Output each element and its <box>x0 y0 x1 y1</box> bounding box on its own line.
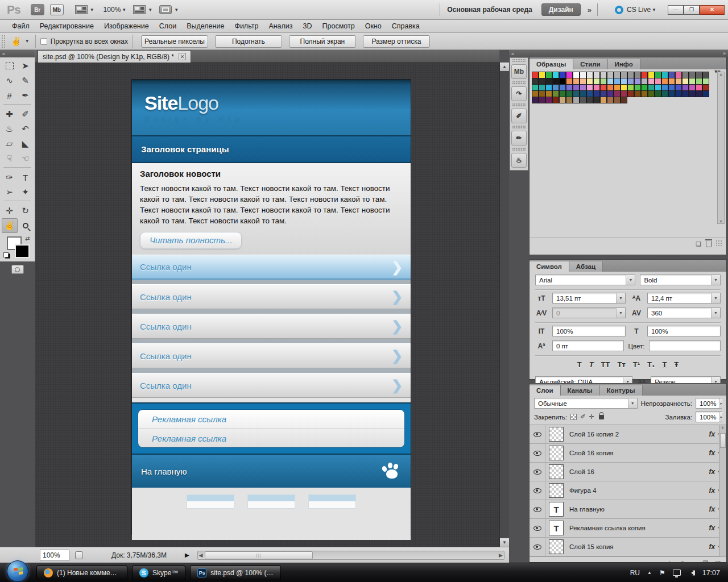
layer-fx-badge[interactable]: fx <box>709 524 715 532</box>
layer-thumbnail[interactable] <box>549 539 564 554</box>
speaker-icon[interactable] <box>688 570 695 576</box>
color-swatch[interactable] <box>627 90 634 97</box>
font-style-select[interactable]: Bold▼ <box>640 275 721 285</box>
layer-fx-badge[interactable]: fx <box>709 468 715 476</box>
taskbar-app-button[interactable]: Skype™ <box>132 566 185 580</box>
menu-item[interactable]: Окно <box>360 20 387 32</box>
layer-visibility-toggle[interactable] <box>530 500 545 518</box>
brush-tool[interactable]: ✐ <box>18 107 34 122</box>
color-swatch[interactable] <box>702 90 709 97</box>
workspace-label[interactable]: Основная рабочая среда <box>447 6 532 14</box>
text-style-button[interactable]: Tт <box>617 360 625 369</box>
color-swatch[interactable] <box>661 90 668 97</box>
color-swatch[interactable] <box>573 97 580 103</box>
scroll-left-icon[interactable]: ◀ <box>199 552 203 558</box>
menu-item[interactable]: Файл <box>7 20 35 32</box>
panel-tab[interactable]: Абзац <box>569 261 603 272</box>
options-button[interactable]: Подогнать <box>215 35 282 48</box>
layer-name[interactable]: Слой 16 копия <box>569 450 709 456</box>
color-swatch[interactable] <box>559 97 566 103</box>
layer-fx-badge[interactable]: fx <box>709 543 715 551</box>
layer-thumbnail[interactable] <box>549 483 564 498</box>
layer-name[interactable]: Слой 16 копия 2 <box>569 431 709 438</box>
layer-name[interactable]: Фигура 4 <box>569 487 709 494</box>
font-family-select[interactable]: Arial▼ <box>535 275 635 285</box>
dock-collapse-button[interactable]: « <box>509 50 529 57</box>
panel-tab[interactable]: Символ <box>530 261 569 272</box>
text-style-button[interactable]: T₁ <box>647 360 655 369</box>
scrollbar-thumb[interactable]: ||| <box>205 551 313 559</box>
menu-item[interactable]: Фильтр <box>229 20 263 32</box>
layer-thumbnail[interactable] <box>549 464 564 479</box>
color-swatch[interactable] <box>634 90 641 97</box>
canvas-horizontal-scrollbar[interactable]: ◀ ||| ▶ <box>197 551 504 560</box>
menu-item[interactable]: Анализ <box>263 20 297 32</box>
zoom-level-control[interactable]: 100% <box>104 6 121 14</box>
paint-bucket-tool[interactable]: ◣ <box>18 136 34 151</box>
swatches-scrollbar[interactable]: ▲▼ <box>717 72 725 224</box>
layer-visibility-toggle[interactable] <box>530 425 545 443</box>
color-swatch[interactable] <box>586 97 593 103</box>
panel-tab[interactable]: Стили <box>573 59 607 69</box>
layer-row[interactable]: Слой 15 копия fx ▼ <box>530 538 726 556</box>
hidden-icons-chevron[interactable]: ▲ <box>647 570 652 575</box>
mini-bridge-icon[interactable]: Mb <box>511 64 527 79</box>
zoom-tool[interactable] <box>18 218 34 233</box>
eyedropper-tool[interactable]: ✒ <box>18 88 34 103</box>
document-canvas[interactable]: SiteLogo Design by K1p Заголовок страниц… <box>35 63 499 547</box>
view-extras-dropdown[interactable]: ▼ <box>90 7 94 13</box>
options-button[interactable]: Реальные пикселы <box>141 35 208 48</box>
color-swatch[interactable] <box>621 97 627 103</box>
layer-thumbnail[interactable] <box>549 521 564 535</box>
action-center-flag-icon[interactable]: ⚑ <box>659 569 665 577</box>
menu-item[interactable]: Изображение <box>99 20 154 32</box>
color-swatch[interactable] <box>668 90 675 97</box>
healing-brush-tool[interactable]: ✚ <box>2 107 18 122</box>
new-swatch-icon[interactable]: ❏ <box>696 240 701 248</box>
menu-item[interactable]: Выделение <box>181 20 229 32</box>
leading-select[interactable]: 12,4 пт▼ <box>647 293 721 304</box>
kerning-select[interactable]: 0▼ <box>552 307 626 318</box>
brushes-icon[interactable]: ✐ <box>511 109 527 123</box>
restore-button[interactable]: ❐ <box>684 5 700 15</box>
quick-selection-tool[interactable]: ✎ <box>18 73 34 88</box>
brush-presets-icon[interactable]: ✏ <box>511 131 527 146</box>
document-tab[interactable]: site.psd @ 100% (Design by K1p, RGB/8) *… <box>38 50 191 63</box>
lock-pixels-icon[interactable]: ✐ <box>580 413 585 421</box>
color-swatch[interactable] <box>566 97 573 103</box>
layer-name[interactable]: Рекламная ссылка копия <box>569 525 709 531</box>
swap-colors-icon[interactable]: ⇄ <box>25 235 30 242</box>
scroll-down-icon[interactable]: ▼ <box>500 538 509 547</box>
panel-tab[interactable]: Образцы <box>530 59 573 69</box>
color-swatch[interactable] <box>600 97 607 103</box>
network-icon[interactable] <box>673 569 681 576</box>
lock-transparency-icon[interactable] <box>570 414 577 420</box>
rectangular-marquee-tool[interactable] <box>2 59 18 73</box>
language-indicator[interactable]: RU <box>630 569 640 577</box>
clock[interactable]: 17:07 <box>702 569 720 577</box>
workspace-design-button[interactable]: Дизайн <box>541 3 581 16</box>
hand-tool[interactable]: ✌ <box>2 218 18 233</box>
menu-item[interactable]: Справка <box>387 20 425 32</box>
canvas-vertical-scrollbar[interactable]: ▲ ▼ <box>499 63 509 547</box>
panel-tab[interactable]: Инфо <box>608 59 640 69</box>
arrange-documents-dropdown[interactable]: ▼ <box>148 7 152 13</box>
layer-name[interactable]: Слой 16 <box>569 468 709 475</box>
launch-mini-bridge-button[interactable]: Mb <box>50 4 64 15</box>
color-swatch[interactable] <box>648 90 655 97</box>
color-swatch[interactable] <box>614 97 621 103</box>
screen-mode-icon[interactable] <box>159 5 172 14</box>
color-swatch[interactable] <box>607 97 614 103</box>
fill-field[interactable]: 100%▸ <box>696 411 722 422</box>
layer-row[interactable]: Рекламная ссылка копия fx ▼ <box>530 519 726 538</box>
default-colors-icon[interactable] <box>3 252 10 259</box>
layer-name[interactable]: На главную <box>569 506 709 513</box>
color-swatch[interactable] <box>641 90 648 97</box>
3d-rotate-tool[interactable]: ✛ <box>2 203 18 218</box>
color-swatch[interactable] <box>696 90 702 97</box>
layer-visibility-toggle[interactable] <box>530 481 545 500</box>
layer-visibility-toggle[interactable] <box>530 519 545 537</box>
screen-mode-dropdown[interactable]: ▼ <box>174 7 179 13</box>
menu-item[interactable]: 3D <box>298 20 317 32</box>
layer-thumbnail[interactable] <box>549 446 564 460</box>
